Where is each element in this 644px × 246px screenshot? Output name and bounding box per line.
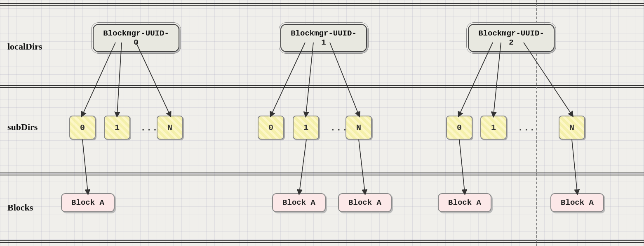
svg-line-8 — [524, 43, 572, 115]
top-border-line1 — [0, 3, 644, 4]
svg-line-13 — [572, 140, 577, 192]
block-a-1: Block A — [272, 193, 326, 212]
block-a-4: Block A — [550, 193, 604, 212]
svg-line-3 — [271, 43, 305, 115]
block-a-0: Block A — [61, 193, 115, 212]
svg-line-12 — [459, 140, 465, 192]
blocks-label: Blocks — [7, 202, 33, 213]
subdir-0-ellipsis: ... — [140, 122, 158, 133]
subdir-1-N: N — [346, 116, 372, 140]
svg-line-9 — [82, 140, 88, 192]
local-dirs-label: localDirs — [7, 41, 42, 52]
svg-line-1 — [117, 43, 122, 115]
svg-line-5 — [330, 43, 359, 115]
subdir-0-0: 0 — [69, 116, 96, 140]
svg-line-4 — [306, 43, 313, 115]
svg-line-2 — [136, 43, 170, 115]
subdir-1-0: 0 — [258, 116, 284, 140]
top-border-line2 — [0, 5, 644, 6]
svg-line-10 — [299, 140, 306, 192]
subdir-2-1: 1 — [480, 116, 507, 140]
divider-line1a — [0, 85, 644, 86]
bottom-border-line1 — [0, 242, 644, 243]
blockmgr-2: Blockmgr-UUID-2 — [468, 24, 555, 52]
divider-line1b — [0, 87, 644, 88]
sub-dirs-label: subDirs — [7, 122, 38, 132]
subdir-1-1: 1 — [293, 116, 319, 140]
block-a-2: Block A — [338, 193, 392, 212]
subdir-0-1: 1 — [104, 116, 130, 140]
bottom-border-line2 — [0, 240, 644, 241]
svg-line-0 — [82, 43, 115, 115]
subdir-0-N: N — [157, 116, 183, 140]
subdir-2-0: 0 — [446, 116, 472, 140]
blockmgr-1: Blockmgr-UUID-1 — [280, 24, 367, 52]
subdir-1-ellipsis: ... — [330, 122, 348, 133]
svg-line-11 — [359, 140, 365, 192]
subdir-2-ellipsis: ... — [517, 122, 535, 133]
diagram-container: localDirs subDirs Blocks Blockmgr-UUID-0… — [0, 0, 644, 246]
block-a-3: Block A — [438, 193, 491, 212]
svg-line-7 — [494, 43, 501, 115]
divider-line2a — [0, 173, 644, 173]
blockmgr-0: Blockmgr-UUID-0 — [93, 24, 179, 52]
divider-line2b — [0, 175, 644, 175]
svg-line-6 — [459, 43, 493, 115]
subdir-2-N: N — [559, 116, 585, 140]
